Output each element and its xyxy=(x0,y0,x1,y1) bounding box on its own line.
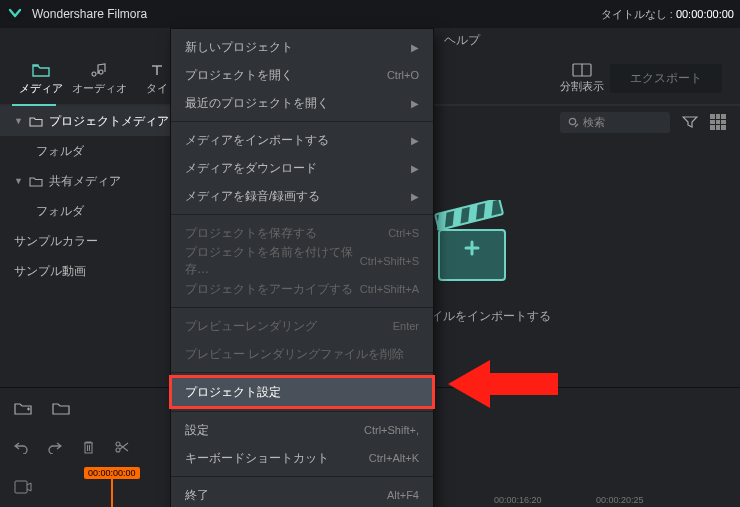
menu-item-label: プロジェクトを保存する xyxy=(185,225,317,242)
music-icon xyxy=(91,61,107,79)
menu-item-label: プレビュー レンダリングファイルを削除 xyxy=(185,346,404,363)
folder-icon xyxy=(29,176,43,187)
video-track-icon xyxy=(14,480,32,494)
trash-icon[interactable] xyxy=(82,440,95,454)
menu-help[interactable]: ヘルプ xyxy=(434,28,490,53)
sidebar-item-label: フォルダ xyxy=(36,203,84,220)
split-icon xyxy=(572,63,592,77)
sidebar-item-label: 共有メディア xyxy=(49,173,121,190)
chevron-right-icon: ▶ xyxy=(411,98,419,109)
annotation-arrow-icon xyxy=(448,356,558,412)
menu-item-label: 設定 xyxy=(185,422,209,439)
chevron-down-icon: ▼ xyxy=(14,176,23,186)
timeline-tick: 00:00:20:25 xyxy=(596,495,644,505)
sidebar-item-label: サンプルカラー xyxy=(14,233,98,250)
menu-item-delete-preview: プレビュー レンダリングファイルを削除 xyxy=(171,340,433,368)
menu-item-label: プロジェクトをアーカイブする xyxy=(185,281,353,298)
doc-title-time: 00:00:00:00 xyxy=(676,8,734,20)
menu-item-save-project: プロジェクトを保存するCtrl+S xyxy=(171,219,433,247)
svg-line-4 xyxy=(575,124,578,127)
menu-item-shortcut: Ctrl+Shift+, xyxy=(364,424,419,436)
menu-separator xyxy=(171,372,433,373)
menu-item-recent-projects[interactable]: 最近のプロジェクトを開く▶ xyxy=(171,89,433,117)
playhead[interactable]: 00:00:00:00 xyxy=(84,467,140,507)
doc-title-prefix: タイトルなし : xyxy=(601,8,676,20)
menu-item-download-media[interactable]: メディアをダウンロード▶ xyxy=(171,154,433,182)
menu-item-shortcut: Ctrl+S xyxy=(388,227,419,239)
chevron-right-icon: ▶ xyxy=(411,135,419,146)
app-logo-icon xyxy=(6,5,24,23)
menu-item-label: メディアを録音/録画する xyxy=(185,188,320,205)
svg-point-12 xyxy=(116,448,120,452)
tab-media-label: メディア xyxy=(19,81,63,96)
menu-item-label: プロジェクトを開く xyxy=(185,67,293,84)
text-icon xyxy=(150,61,164,79)
menu-item-label: メディアをインポートする xyxy=(185,132,329,149)
chevron-right-icon: ▶ xyxy=(411,191,419,202)
menu-item-label: プロジェクト設定 xyxy=(185,384,281,401)
menu-item-label: プレビューレンダリング xyxy=(185,318,317,335)
menu-item-label: プロジェクトを名前を付けて保存… xyxy=(185,244,360,278)
svg-marker-14 xyxy=(448,360,558,408)
document-title: タイトルなし : 00:00:00:00 xyxy=(601,7,734,22)
chevron-right-icon: ▶ xyxy=(411,42,419,53)
undo-icon[interactable] xyxy=(14,440,28,454)
filter-icon[interactable] xyxy=(682,115,698,129)
menu-item-import-media[interactable]: メディアをインポートする▶ xyxy=(171,126,433,154)
tab-media[interactable]: メディア xyxy=(12,52,70,104)
search-icon xyxy=(568,117,579,128)
folder-icon xyxy=(29,116,43,127)
menu-item-shortcut: Enter xyxy=(393,320,419,332)
menu-separator xyxy=(171,476,433,477)
playhead-time: 00:00:00:00 xyxy=(84,467,140,479)
search-input[interactable]: 検索 xyxy=(560,112,670,133)
svg-point-3 xyxy=(569,118,575,124)
menu-separator xyxy=(171,121,433,122)
sidebar-item-label: プロジェクトメディア xyxy=(49,113,169,130)
timeline-tick: 00:00:16:20 xyxy=(494,495,542,505)
menu-item-label: 新しいプロジェクト xyxy=(185,39,293,56)
menu-item-shortcut: Ctrl+Alt+K xyxy=(369,452,419,464)
sidebar-item-label: フォルダ xyxy=(36,143,84,160)
track-header[interactable] xyxy=(0,480,76,494)
file-menu-dropdown: 新しいプロジェクト▶ プロジェクトを開くCtrl+O 最近のプロジェクトを開く▶… xyxy=(170,28,434,507)
menu-item-new-project[interactable]: 新しいプロジェクト▶ xyxy=(171,33,433,61)
menu-item-shortcut: Ctrl+Shift+A xyxy=(360,283,419,295)
menu-item-save-as: プロジェクトを名前を付けて保存…Ctrl+Shift+S xyxy=(171,247,433,275)
menu-item-shortcut: Ctrl+Shift+S xyxy=(360,255,419,267)
split-view-label: 分割表示 xyxy=(560,79,604,94)
menu-item-shortcuts[interactable]: キーボードショートカットCtrl+Alt+K xyxy=(171,444,433,472)
menu-item-exit[interactable]: 終了Alt+F4 xyxy=(171,481,433,507)
menu-item-label: 最近のプロジェクトを開く xyxy=(185,95,329,112)
menu-item-record-media[interactable]: メディアを録音/録画する▶ xyxy=(171,182,433,210)
menu-item-project-settings[interactable]: プロジェクト設定 xyxy=(171,377,433,407)
folder-icon xyxy=(32,61,50,79)
menu-item-label: メディアをダウンロード xyxy=(185,160,317,177)
split-view-button[interactable]: 分割表示 xyxy=(560,63,604,94)
tab-audio[interactable]: オーディオ xyxy=(70,52,128,104)
tab-audio-label: オーディオ xyxy=(72,81,127,96)
svg-rect-13 xyxy=(15,481,27,493)
folder-icon[interactable] xyxy=(52,401,70,415)
clapperboard-icon xyxy=(423,200,523,290)
menu-separator xyxy=(171,307,433,308)
svg-point-11 xyxy=(116,442,120,446)
menu-item-shortcut: Alt+F4 xyxy=(387,489,419,501)
menu-separator xyxy=(171,214,433,215)
menu-item-settings[interactable]: 設定Ctrl+Shift+, xyxy=(171,416,433,444)
scissors-icon[interactable] xyxy=(115,440,129,454)
grid-view-icon[interactable] xyxy=(710,114,726,130)
menu-item-open-project[interactable]: プロジェクトを開くCtrl+O xyxy=(171,61,433,89)
chevron-right-icon: ▶ xyxy=(411,163,419,174)
menu-item-label: 終了 xyxy=(185,487,209,504)
search-placeholder: 検索 xyxy=(583,115,605,130)
tab-title-label: タイ xyxy=(146,81,168,96)
folder-add-icon[interactable] xyxy=(14,401,32,415)
export-button[interactable]: エクスポート xyxy=(610,64,722,93)
redo-icon[interactable] xyxy=(48,440,62,454)
menu-item-preview-render: プレビューレンダリングEnter xyxy=(171,312,433,340)
app-title: Wondershare Filmora xyxy=(32,7,147,21)
menu-item-shortcut: Ctrl+O xyxy=(387,69,419,81)
menu-separator xyxy=(171,411,433,412)
title-bar: Wondershare Filmora タイトルなし : 00:00:00:00 xyxy=(0,0,740,28)
